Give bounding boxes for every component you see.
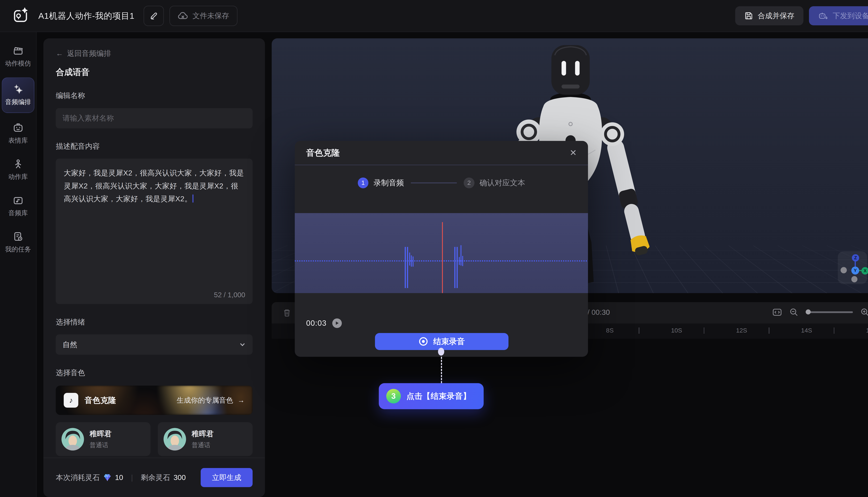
material-name-input[interactable]: [56, 108, 252, 128]
file-unsaved-button[interactable]: 文件未保存: [169, 6, 237, 26]
recording-timer-row: 00:03: [306, 318, 342, 328]
zoom-out-icon[interactable]: [789, 308, 798, 317]
step-number: 2: [464, 178, 474, 188]
record-icon: [419, 337, 428, 346]
play-icon[interactable]: [332, 318, 342, 328]
step-number: 1: [358, 178, 368, 188]
save-icon: [744, 11, 753, 20]
save-button[interactable]: 合成并保存: [735, 6, 803, 25]
fit-width-icon[interactable]: [772, 308, 782, 316]
voice-avatar: [61, 428, 84, 451]
clapperboard-icon: [13, 45, 24, 56]
emotion-field-label: 选择情绪: [56, 317, 252, 327]
axis-z: Z: [852, 254, 859, 261]
step-label: 录制音频: [374, 178, 404, 188]
guide-tooltip: 3 点击【结束录音】: [379, 383, 484, 409]
sidebar-item-motion-library[interactable]: 动作库: [2, 154, 34, 186]
modal-title: 音色克隆: [306, 147, 340, 158]
app-window: A1机器人动作-我的项目1 文件未保存 合成并保存: [0, 0, 868, 497]
voice-clone-banner[interactable]: ♪ 音色克隆 生成你的专属音色 →: [56, 386, 252, 415]
voice-name: 稚晖君: [192, 429, 214, 439]
task-list-icon: [13, 231, 24, 242]
robot-download-icon: [818, 11, 828, 20]
voice-field-label: 选择音色: [56, 368, 252, 378]
sidebar-item-my-tasks[interactable]: 我的任务: [2, 227, 34, 258]
balance-label: 剩余灵石: [141, 472, 170, 483]
ruler-tick: [704, 327, 704, 334]
footer-divider: |: [131, 473, 133, 482]
synthesis-panel: ← 返回音频编排 合成语音 编辑名称 描述配音内容 大家好，我是灵犀X2，很高兴…: [43, 38, 265, 497]
ruler-label: 10S: [671, 327, 682, 334]
step-connector: [411, 182, 457, 183]
sidebar-item-expression-library[interactable]: 表情库: [2, 118, 34, 150]
gem-icon: [103, 473, 112, 482]
panel-title: 合成语音: [56, 67, 252, 78]
robot-face-icon: [13, 122, 24, 133]
sidebar-item-motion-mimic[interactable]: 动作模仿: [2, 41, 34, 72]
chevron-down-icon: [239, 341, 246, 348]
voice-content-textarea[interactable]: 大家好，我是灵犀X2，很高兴认识大家，大家好，我是灵犀X2，很高兴认识大家，大家…: [56, 159, 252, 304]
sidebar-item-audio-arrange[interactable]: 音频编排: [2, 77, 34, 113]
guide-dashed-line: [441, 357, 442, 383]
back-to-audio-arrange[interactable]: ← 返回音频编排: [56, 48, 252, 58]
emotion-value: 自然: [62, 340, 77, 350]
voice-card[interactable]: 稚晖君 普通话: [158, 422, 253, 456]
sidebar-label: 动作库: [8, 172, 28, 181]
cost-row: 本次消耗灵石 10 | 剩余灵石 300: [56, 472, 185, 483]
voice-content-text: 大家好，我是灵犀X2，很高兴认识大家，大家好，我是灵犀X2，很高兴认识大家，大家…: [64, 169, 244, 203]
zoom-slider[interactable]: [806, 311, 853, 313]
stop-recording-button[interactable]: 结束录音: [375, 333, 509, 350]
guide-tooltip-text: 点击【结束录音】: [406, 391, 471, 401]
voice-avatar: [164, 428, 186, 451]
ruler-tick: [769, 327, 769, 334]
trash-icon[interactable]: [282, 308, 292, 317]
voice-card[interactable]: 稚晖君 普通话: [56, 422, 151, 456]
deploy-button-label: 下发到设备: [833, 11, 868, 21]
step-label: 确认对应文本: [479, 178, 525, 188]
step-indicator: 1 录制音频 2 确认对应文本: [295, 178, 588, 188]
modal-header: 音色克隆 ✕: [295, 141, 588, 165]
ruler-label: 8S: [606, 327, 614, 334]
rename-button[interactable]: [143, 6, 164, 26]
emotion-select[interactable]: 自然: [56, 335, 252, 355]
save-button-label: 合成并保存: [758, 11, 794, 21]
sidebar-item-audio-library[interactable]: 音频库: [2, 191, 34, 222]
recording-timer: 00:03: [306, 319, 326, 327]
close-icon[interactable]: ✕: [570, 148, 577, 158]
cost-value: 10: [115, 473, 123, 482]
generate-now-button[interactable]: 立即生成: [201, 468, 253, 487]
sidebar-label: 音频库: [8, 209, 28, 217]
waveform-spikes: [295, 213, 588, 293]
sparkles-icon: [13, 84, 24, 95]
voice-lang: 普通话: [192, 441, 214, 450]
clone-banner-title: 音色克隆: [85, 395, 116, 406]
generate-footer: 本次消耗灵石 10 | 剩余灵石 300 立即生成: [43, 458, 265, 497]
recording-playhead: [442, 222, 443, 293]
cost-label: 本次消耗灵石: [56, 472, 100, 483]
zoom-slider-knob[interactable]: [806, 309, 811, 314]
step-record-audio: 1 录制音频: [358, 178, 404, 188]
sidebar-label: 表情库: [8, 136, 28, 145]
sidebar-label: 我的任务: [5, 245, 31, 254]
recording-waveform: [295, 213, 588, 293]
arrow-right-icon: →: [238, 396, 245, 404]
timeline-time: / 00:30: [587, 308, 610, 316]
file-unsaved-label: 文件未保存: [193, 11, 229, 21]
ruler-label: 16S: [866, 327, 868, 334]
axis-gizmo[interactable]: Z Y X: [838, 251, 867, 284]
deploy-to-device-button[interactable]: 下发到设备: [809, 6, 868, 25]
cloud-off-icon: [178, 11, 188, 20]
content-field-label: 描述配音内容: [56, 141, 252, 151]
axis-y: Y: [851, 267, 859, 274]
voice-clone-modal: 音色克隆 ✕ 1 录制音频 2 确认对应文本: [295, 141, 588, 357]
pencil-icon: [149, 11, 158, 20]
top-bar: A1机器人动作-我的项目1 文件未保存 合成并保存: [0, 0, 868, 32]
ruler-tick: [639, 327, 639, 334]
name-field-label: 编辑名称: [56, 90, 252, 101]
guide-step-badge: 3: [386, 389, 401, 403]
project-title: A1机器人动作-我的项目1: [38, 10, 135, 22]
zoom-in-icon[interactable]: [860, 308, 868, 317]
audio-library-icon: [13, 195, 24, 206]
sidebar-nav: 动作模仿 音频编排 表情库 动作库: [0, 32, 37, 497]
topbar-actions: 合成并保存 下发到设备: [735, 6, 868, 25]
